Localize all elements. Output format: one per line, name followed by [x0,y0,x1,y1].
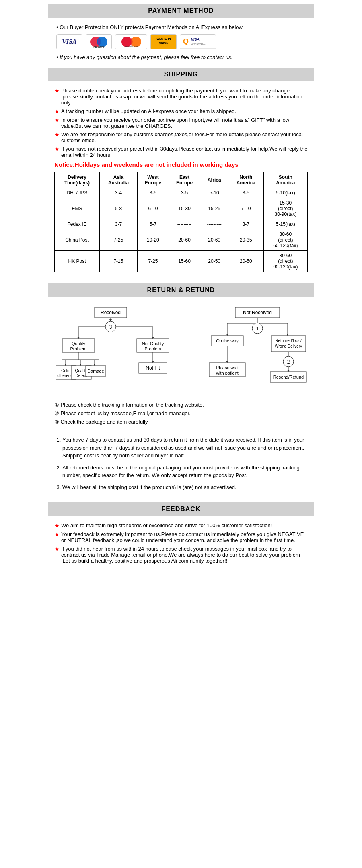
visa-icon: VISA [56,34,82,49]
svg-text:with patient: with patient [216,371,239,375]
svg-text:Problem: Problem [70,346,87,351]
svg-marker-44 [93,364,96,366]
svg-text:VISA: VISA [191,37,200,41]
westernunion-icon: WESTERN UNION [150,34,177,49]
col-header-west: WestEurope [137,172,169,188]
shipping-item-1: ★ Please double check your address befor… [54,88,308,106]
col-header-asia: AsiaAustralia [100,172,138,188]
star-icon-5: ★ [54,146,60,152]
svg-text:Please wait: Please wait [216,365,239,370]
star-icon-3: ★ [54,117,60,123]
col-header-east: EastEurope [169,172,200,188]
mastercard-icon: MasterCard [115,34,147,49]
return-header: RETURN & RETUND [48,283,314,297]
table-row: Fedex IE 3-7 5-7 --------- --------- 3-7… [55,219,308,229]
carrier-ems: EMS [55,198,100,219]
svg-marker-24 [152,337,154,339]
svg-marker-56 [226,334,228,336]
carrier-fedex: Fedex IE [55,219,100,229]
feedback-item-2: ★ Your feedback is extremely important t… [54,531,308,543]
svg-text:maestro: maestro [93,45,105,48]
shipping-item-5: ★ If you have not received your parcel w… [54,146,308,158]
feedback-header: FEEDBACK [48,502,314,516]
col-header-north: NorthAmerica [228,172,264,188]
svg-text:QIWI WALLET: QIWI WALLET [191,43,207,45]
carrier-chinapost: China Post [55,229,100,251]
payment-section: PAYMENT METHOD • Our Buyer Protection ON… [48,4,314,63]
svg-text:Problem: Problem [145,346,161,351]
qiwi-visa-icon: Q VISA QIWI WALLET [180,34,216,49]
table-row: EMS 5-8 6-10 15-30 15-25 7-10 15-30(dire… [55,198,308,219]
col-header-time: DeliveryTime(days) [55,172,100,188]
table-row: HK Post 7-15 7-25 15-60 20-50 20-50 30-6… [55,251,308,272]
carrier-hkpost: HK Post [55,251,100,272]
svg-marker-76 [287,370,290,372]
svg-text:Returned/Lost/: Returned/Lost/ [275,338,302,343]
svg-text:Q: Q [183,37,189,45]
star-icon-2: ★ [54,108,60,115]
star-icon-1: ★ [54,88,60,94]
svg-rect-64 [272,336,306,352]
svg-text:Wrong Delivery: Wrong Delivery [275,344,302,348]
svg-text:WESTERN: WESTERN [156,37,171,40]
table-row: DHL/UPS 3-4 3-5 3-5 5-10 3-5 5-10(tax) [55,188,308,198]
col-header-south: SouthAmerica [263,172,307,188]
star-icon-f1: ★ [54,522,60,529]
maestro-icon: maestro [86,34,112,49]
shipping-item-3: ★ In order to ensure you receive your or… [54,117,308,129]
star-icon-f2: ★ [54,531,60,538]
svg-text:UNION: UNION [159,41,168,44]
protection-text: • Our Buyer Protection ONLY protects Pay… [56,24,306,30]
svg-text:Not  Received: Not Received [243,310,272,315]
return-section: RETURN & RETUND Received 3 [48,283,314,498]
svg-text:3: 3 [109,324,112,330]
flowchart: Received 3 Quality Problem [54,303,308,397]
payment-note: • If you have any question about the pay… [56,54,306,60]
payment-header: PAYMENT METHOD [48,4,314,18]
list-item: You have 7 days to contact us and 30 day… [62,436,308,460]
flowchart-svg: Received 3 Quality Problem [54,303,308,396]
svg-text:Color: Color [61,368,71,373]
svg-text:1: 1 [256,326,259,332]
payment-icons: VISA maestro MasterCard [56,34,306,49]
star-icon-f3: ★ [54,546,60,552]
feedback-section: FEEDBACK ★ We aim to maintain high stand… [48,502,314,569]
svg-marker-34 [64,364,67,366]
svg-marker-71 [226,361,228,363]
list-item: We will bear all the shipping cost if th… [62,483,308,491]
svg-text:Resend/Refund: Resend/Refund [273,375,304,379]
svg-text:Quality: Quality [72,341,86,346]
shipping-item-4: ★ We are not responsible for any customs… [54,131,308,143]
svg-text:On the way: On the way [216,338,239,343]
shipping-item-2: ★ A tracking number will be updated on A… [54,108,308,115]
col-header-africa: Africa [200,172,228,188]
svg-text:Not Quality: Not Quality [142,341,164,346]
carrier-dhl: DHL/UPS [55,188,100,198]
shipping-header: SHIPPING [48,68,314,81]
svg-text:MasterCard: MasterCard [125,45,137,48]
svg-text:Defect: Defect [76,373,87,378]
list-item: All returned items must be in the origin… [62,464,308,479]
star-icon-4: ★ [54,131,60,138]
shipping-table: DeliveryTime(days) AsiaAustralia WestEur… [54,172,308,272]
shipping-section: SHIPPING ★ Please double check your addr… [48,68,314,279]
svg-text:Not Fit: Not Fit [146,365,160,371]
svg-text:Received: Received [101,310,121,315]
svg-marker-48 [152,361,154,363]
feedback-item-1: ★ We aim to maintain high standards of e… [54,522,308,529]
svg-text:2: 2 [287,359,290,365]
table-row: China Post 7-25 10-20 20-60 20-60 20-35 … [55,229,308,251]
instruction-1: ① Please check the tracking information … [54,401,308,426]
svg-marker-39 [79,364,82,366]
svg-text:Damage: Damage [87,368,104,373]
feedback-item-3: ★ If you did not hear from us within 24 … [54,546,308,564]
svg-marker-59 [286,334,289,336]
svg-marker-21 [77,337,80,339]
shipping-notice: Notice:Hoildays and weekends are not inc… [54,161,308,168]
svg-marker-18 [109,319,112,321]
return-list: You have 7 days to contact us and 30 day… [62,436,308,491]
